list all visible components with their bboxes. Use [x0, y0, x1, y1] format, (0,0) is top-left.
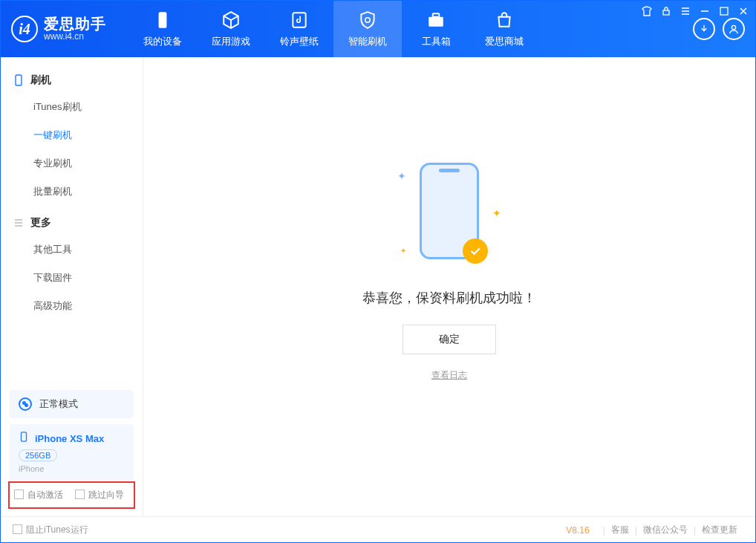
device-name: iPhone XS Max — [35, 433, 104, 444]
device-capacity: 256GB — [19, 449, 57, 461]
nav-toolbox[interactable]: 工具箱 — [402, 1, 470, 57]
shirt-icon[interactable] — [641, 5, 653, 17]
app-name: 爱思助手 — [44, 16, 106, 32]
sidebar-item-batch-flash[interactable]: 批量刷机 — [1, 178, 143, 206]
sidebar-item-pro-flash[interactable]: 专业刷机 — [1, 149, 143, 178]
svg-point-6 — [731, 25, 735, 29]
shield-refresh-icon — [357, 10, 378, 30]
svg-rect-2 — [159, 12, 167, 28]
ok-button[interactable]: 确定 — [403, 325, 496, 354]
window-controls — [641, 5, 749, 17]
sidebar: 刷机 iTunes刷机 一键刷机 专业刷机 批量刷机 更多 其他工具 下载固件 … — [1, 57, 143, 516]
svg-rect-1 — [720, 7, 728, 15]
minimize-icon[interactable] — [699, 5, 711, 17]
checkbox-icon — [75, 490, 85, 499]
nav-label: 工具箱 — [422, 35, 451, 48]
success-illustration: ✦ ✦ ✦ — [420, 163, 479, 259]
device-icon — [152, 10, 173, 30]
lock-icon[interactable] — [660, 5, 672, 17]
sparkle-icon: ✦ — [397, 170, 406, 182]
nav-smart-flash[interactable]: 智能刷机 — [333, 1, 402, 57]
nav-label: 我的设备 — [143, 35, 182, 48]
group-title: 更多 — [30, 216, 51, 230]
body: 刷机 iTunes刷机 一键刷机 专业刷机 批量刷机 更多 其他工具 下载固件 … — [1, 57, 755, 516]
cube-icon — [221, 10, 241, 30]
nav-my-device[interactable]: 我的设备 — [128, 1, 197, 57]
svg-rect-7 — [16, 75, 22, 85]
svg-rect-4 — [428, 17, 443, 27]
footer-link-support[interactable]: 客服 — [611, 524, 629, 536]
nav-store[interactable]: 爱思商城 — [470, 1, 538, 57]
group-title: 刷机 — [30, 74, 51, 87]
checkbox-auto-activate[interactable]: 自动激活 — [14, 489, 63, 501]
main-content: ✦ ✦ ✦ 恭喜您，保资料刷机成功啦！ 确定 查看日志 — [143, 57, 755, 516]
sparkle-icon: ✦ — [400, 247, 406, 255]
sidebar-group-flash: 刷机 iTunes刷机 一键刷机 专业刷机 批量刷机 — [1, 68, 143, 210]
sidebar-item-advanced[interactable]: 高级功能 — [1, 292, 143, 320]
phone-icon — [13, 74, 25, 86]
bag-icon — [494, 10, 515, 30]
nav-label: 爱思商城 — [485, 35, 524, 48]
download-button[interactable] — [693, 18, 715, 40]
device-card[interactable]: iPhone XS Max 256GB iPhone — [10, 424, 134, 481]
sidebar-item-other-tools[interactable]: 其他工具 — [1, 235, 143, 264]
sidebar-options-highlight: 自动激活 跳过向导 — [8, 481, 135, 509]
main-nav: 我的设备 应用游戏 铃声壁纸 智能刷机 工具箱 爱思商城 — [128, 1, 538, 57]
sparkle-icon: ✦ — [492, 207, 501, 219]
sidebar-item-oneclick-flash[interactable]: 一键刷机 — [1, 121, 143, 149]
nav-ringtones[interactable]: 铃声壁纸 — [265, 1, 333, 57]
mode-icon — [19, 397, 32, 411]
svg-rect-5 — [433, 13, 440, 16]
checkbox-skip-guide[interactable]: 跳过向导 — [75, 489, 124, 501]
toolbox-icon — [426, 10, 446, 30]
menu-icon[interactable] — [680, 5, 691, 17]
maximize-icon[interactable] — [718, 5, 730, 17]
list-icon — [13, 217, 25, 229]
svg-rect-3 — [293, 13, 305, 27]
phone-small-icon — [19, 432, 29, 445]
footer: 阻止iTunes运行 V8.16 | 客服 | 微信公众号 | 检查更新 — [1, 516, 755, 543]
device-type: iPhone — [19, 464, 125, 473]
footer-link-wechat[interactable]: 微信公众号 — [643, 524, 688, 536]
checkbox-icon — [14, 490, 24, 499]
nav-label: 应用游戏 — [212, 35, 250, 48]
success-message: 恭喜您，保资料刷机成功啦！ — [362, 289, 536, 307]
checkbox-block-itunes[interactable]: 阻止iTunes运行 — [13, 524, 88, 536]
nav-label: 铃声壁纸 — [280, 35, 319, 48]
logo-badge-icon: i4 — [11, 16, 38, 42]
sidebar-item-download-firmware[interactable]: 下载固件 — [1, 264, 143, 292]
device-mode-card[interactable]: 正常模式 — [10, 390, 134, 418]
nav-label: 智能刷机 — [348, 35, 387, 48]
sidebar-group-more: 更多 其他工具 下载固件 高级功能 — [1, 210, 143, 325]
account-button[interactable] — [723, 18, 745, 40]
checkbox-icon — [13, 524, 22, 534]
header-right — [693, 18, 745, 40]
app-window: i4 爱思助手 www.i4.cn 我的设备 应用游戏 铃声壁纸 智能刷机 — [0, 0, 756, 543]
mode-label: 正常模式 — [39, 397, 78, 411]
sidebar-item-itunes-flash[interactable]: iTunes刷机 — [1, 93, 143, 121]
nav-apps-games[interactable]: 应用游戏 — [197, 1, 265, 57]
close-icon[interactable] — [737, 5, 749, 17]
footer-link-update[interactable]: 检查更新 — [702, 524, 737, 536]
app-url: www.i4.cn — [44, 32, 106, 42]
svg-rect-0 — [663, 10, 669, 15]
view-log-link[interactable]: 查看日志 — [431, 369, 467, 382]
version-label: V8.16 — [566, 525, 589, 536]
music-note-icon — [289, 10, 310, 30]
app-logo: i4 爱思助手 www.i4.cn — [11, 16, 106, 42]
svg-rect-8 — [22, 432, 27, 441]
check-badge-icon — [463, 238, 488, 264]
